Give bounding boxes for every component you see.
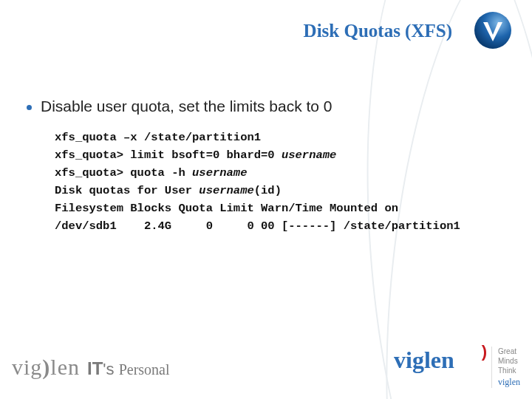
accent-icon: ) <box>482 342 487 361</box>
tagline-word: Minds <box>498 356 520 366</box>
tagline-mini-logo: viglen <box>498 377 520 389</box>
code-arg: username <box>282 149 336 162</box>
bullet-item: Disable user quota, set the limits back … <box>27 98 514 115</box>
code-arg: username <box>199 184 253 197</box>
footer-logo: viglen ) <box>394 347 482 388</box>
code-line: (id) <box>254 184 282 197</box>
code-block: xfs_quota –x /state/partition1 xfs_quota… <box>55 129 514 235</box>
code-line: /dev/sdb1 2.4G 0 0 00 [------] /state/pa… <box>55 219 460 233</box>
slide-title: Disk Quotas (XFS) <box>304 21 452 41</box>
code-line: xfs_quota –x /state/partition1 <box>55 131 261 144</box>
bullet-text: Disable user quota, set the limits back … <box>41 98 332 115</box>
code-line: xfs_quota> limit bsoft=0 bhard=0 <box>55 149 282 162</box>
footer-tagline-column: Great Minds Think viglen <box>491 347 520 389</box>
footer-left-brand: vig)len IT's Personal <box>12 355 170 380</box>
code-line: Filesystem Blocks Quota Limit Warn/Time … <box>55 202 398 215</box>
content-area: Disable user quota, set the limits back … <box>27 98 514 235</box>
logo-top-right <box>473 10 513 50</box>
tagline-word: Great <box>498 347 520 356</box>
tagline-word: Think <box>498 366 520 375</box>
brand-it-tagline: IT's Personal <box>87 358 170 379</box>
code-line: xfs_quota> quota -h <box>55 166 192 180</box>
bullet-icon <box>27 105 32 110</box>
svg-point-0 <box>474 12 511 49</box>
code-line: Disk quotas for User <box>55 184 199 197</box>
brand-viglen-script: vig)len <box>12 355 80 380</box>
footer: vig)len IT's Personal viglen ) Great Min… <box>0 335 532 399</box>
code-arg: username <box>192 166 247 180</box>
footer-right: viglen ) Great Minds Think viglen <box>394 347 520 389</box>
